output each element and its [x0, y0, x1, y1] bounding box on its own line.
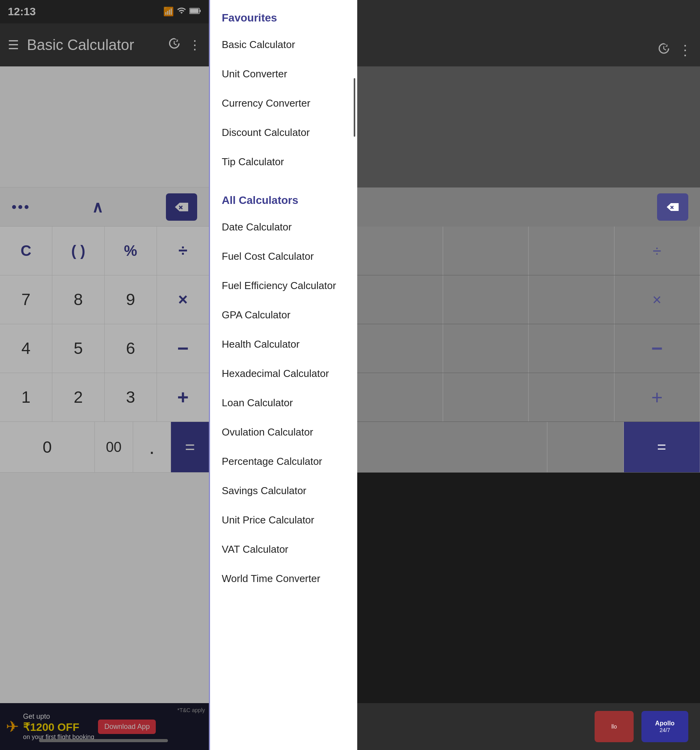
drawer-item-savings-calculator[interactable]: Savings Calculator: [210, 476, 357, 505]
right-3: [529, 373, 615, 421]
right-header: ⋮: [357, 0, 700, 66]
drawer-item-gpa-calculator[interactable]: GPA Calculator: [210, 300, 357, 330]
drawer-item-discount-calculator[interactable]: Discount Calculator: [210, 118, 357, 147]
right-display: [357, 66, 700, 188]
right-backspace-button: [657, 193, 688, 221]
right-9: [529, 275, 615, 324]
drawer-overlay[interactable]: [0, 0, 209, 750]
drawer-item-vat-calculator[interactable]: VAT Calculator: [210, 535, 357, 564]
right-subtract: −: [615, 324, 700, 373]
right-percent: [529, 227, 615, 275]
right-4: [357, 324, 443, 373]
drawer-item-hexadecimal-calculator[interactable]: Hexadecimal Calculator: [210, 359, 357, 388]
right-decimal: [547, 422, 623, 472]
drawer-item-date-calculator[interactable]: Date Calculator: [210, 212, 357, 242]
drawer-item-world-time-converter[interactable]: World Time Converter: [210, 564, 357, 593]
drawer-item-fuel-cost-calculator[interactable]: Fuel Cost Calculator: [210, 242, 357, 271]
drawer-item-ovulation-calculator[interactable]: Ovulation Calculator: [210, 418, 357, 447]
scroll-indicator: [354, 78, 355, 137]
favourites-title: Favourites: [210, 0, 357, 30]
drawer-item-fuel-efficiency-calculator[interactable]: Fuel Efficiency Calculator: [210, 271, 357, 300]
right-row-3: −: [357, 324, 700, 373]
right-divide: ÷: [615, 227, 700, 275]
right-equals: =: [624, 422, 700, 472]
right-row-1: ÷: [357, 227, 700, 275]
right-more-icon: ⋮: [678, 42, 692, 59]
right-ad-icon-1: llo: [595, 711, 634, 742]
right-clear: [357, 227, 443, 275]
right-ad-apollo: Apollo 24/7: [641, 711, 688, 742]
navigation-drawer: Favourites Basic Calculator Unit Convert…: [209, 0, 357, 750]
right-5: [443, 324, 529, 373]
right-row-4: +: [357, 373, 700, 422]
right-8: [443, 275, 529, 324]
right-row-2: ×: [357, 275, 700, 324]
right-2: [443, 373, 529, 421]
drawer-item-percentage-calculator[interactable]: Percentage Calculator: [210, 447, 357, 476]
drawer-item-unit-converter[interactable]: Unit Converter: [210, 59, 357, 89]
right-row-5: =: [357, 422, 700, 473]
right-func-row: [357, 188, 700, 227]
right-add: +: [615, 373, 700, 421]
drawer-item-loan-calculator[interactable]: Loan Calculator: [210, 388, 357, 418]
drawer-divider: [210, 177, 357, 182]
drawer-item-currency-converter[interactable]: Currency Converter: [210, 89, 357, 118]
right-7: [357, 275, 443, 324]
right-multiply: ×: [615, 275, 700, 324]
right-1: [357, 373, 443, 421]
right-0: [357, 422, 547, 472]
right-panel: ⋮ ÷ × − + =: [357, 0, 700, 750]
all-calculators-title: All Calculators: [210, 182, 357, 212]
drawer-item-unit-price-calculator[interactable]: Unit Price Calculator: [210, 505, 357, 535]
drawer-item-tip-calculator[interactable]: Tip Calculator: [210, 147, 357, 177]
right-parens: [443, 227, 529, 275]
right-6: [529, 324, 615, 373]
right-history-icon: [656, 41, 670, 59]
drawer-item-health-calculator[interactable]: Health Calculator: [210, 330, 357, 359]
drawer-item-basic-calculator[interactable]: Basic Calculator: [210, 30, 357, 59]
right-ad-area: llo Apollo 24/7: [357, 703, 700, 750]
